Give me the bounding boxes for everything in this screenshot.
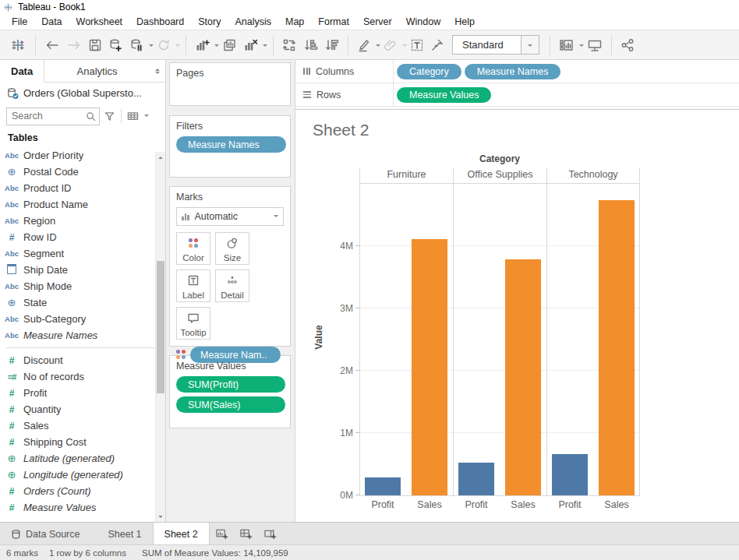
pill-measure-names[interactable]: Measure Names (465, 64, 561, 79)
column-header-technology[interactable]: Technology (546, 167, 640, 183)
field-segment[interactable]: AbcSegment (0, 245, 165, 262)
menu-story[interactable]: Story (191, 15, 228, 29)
detail-button[interactable]: Detail (215, 269, 249, 302)
field-measure-names[interactable]: AbcMeasure Names (0, 327, 165, 343)
clear-sheet-button[interactable] (240, 34, 261, 56)
new-worksheet-button[interactable] (192, 34, 213, 56)
presentation-mode-button[interactable] (584, 34, 606, 56)
field-product-name[interactable]: AbcProduct Name (0, 196, 165, 213)
scroll-up-icon[interactable] (156, 152, 165, 161)
field-measure-values[interactable]: #Measure Values (0, 499, 165, 516)
field-sales[interactable]: #Sales (0, 417, 165, 434)
tableau-logo[interactable] (6, 34, 30, 56)
fit-dropdown[interactable]: Standard (452, 35, 539, 55)
x-label-profit-office-supplies[interactable]: Profit (453, 499, 500, 510)
fit-dropdown-caret[interactable] (521, 36, 539, 54)
search-input[interactable] (7, 111, 86, 122)
share-button[interactable] (617, 34, 638, 56)
duplicate-sheet-button[interactable] (219, 34, 240, 56)
menu-worksheet[interactable]: Worksheet (69, 15, 130, 29)
tab-analytics[interactable]: Analytics (44, 60, 150, 82)
pane-split-icon[interactable] (150, 60, 165, 82)
bar-sales-furniture[interactable] (412, 239, 447, 495)
field-shipping-cost[interactable]: #Shipping Cost (0, 434, 165, 450)
field-no-of-records[interactable]: =#No of records (0, 368, 165, 385)
menu-help[interactable]: Help (447, 15, 482, 29)
show-hide-cards-button[interactable] (556, 34, 578, 56)
view-options-icon[interactable] (127, 111, 139, 122)
field-longitude-generated[interactable]: ⊕Longitude (generated) (0, 467, 165, 483)
redo-button[interactable] (63, 34, 85, 56)
field-latitude-generated[interactable]: ⊕Latitude (generated) (0, 450, 165, 467)
x-label-profit-technology[interactable]: Profit (546, 499, 593, 510)
bar-sales-technology[interactable] (599, 200, 635, 495)
y-axis-title[interactable]: Value (313, 322, 324, 353)
fix-axes-pin-button[interactable] (427, 34, 447, 56)
field-region[interactable]: AbcRegion (0, 213, 165, 229)
scrollbar-thumb[interactable] (157, 261, 164, 393)
field-quantity[interactable]: #Quantity (0, 401, 165, 417)
field-sub-category[interactable]: AbcSub-Category (0, 311, 165, 327)
size-button[interactable]: Size (215, 232, 249, 265)
menu-server[interactable]: Server (356, 15, 399, 29)
menu-analysis[interactable]: Analysis (228, 15, 278, 29)
menu-file[interactable]: File (5, 15, 34, 29)
pill-category[interactable]: Category (397, 64, 461, 79)
pill-sum-sales[interactable]: SUM(Sales) (176, 396, 285, 413)
search-box[interactable] (6, 107, 100, 125)
menu-window[interactable]: Window (399, 15, 447, 29)
run-update-button[interactable] (154, 34, 174, 56)
menu-dashboard[interactable]: Dashboard (129, 15, 191, 29)
show-mark-labels-button[interactable] (407, 34, 427, 56)
field-profit[interactable]: #Profit (0, 385, 165, 401)
tab-sheet-1[interactable]: Sheet 1 (97, 523, 152, 545)
bar-profit-technology[interactable] (552, 454, 588, 495)
menu-data[interactable]: Data (34, 15, 69, 29)
new-worksheet-tab-button[interactable] (210, 523, 234, 545)
mark-type-dropdown[interactable]: Automatic (176, 207, 284, 226)
run-update-caret[interactable] (175, 44, 180, 49)
menu-map[interactable]: Map (278, 15, 311, 29)
pill-measure-values[interactable]: Measure Values (397, 87, 491, 103)
field-postal-code[interactable]: ⊕Postal Code (0, 164, 165, 180)
new-data-source-button[interactable] (105, 34, 126, 56)
new-dashboard-tab-button[interactable] (234, 523, 258, 545)
field-row-id[interactable]: #Row ID (0, 229, 165, 245)
sort-ascending-button[interactable] (300, 34, 321, 56)
pill-sum-profit[interactable]: SUM(Profit) (176, 376, 285, 393)
field-ship-mode[interactable]: AbcShip Mode (0, 278, 165, 294)
tab-sheet-2[interactable]: Sheet 2 (153, 523, 210, 545)
column-header-furniture[interactable]: Furniture (359, 167, 453, 183)
column-header-office-supplies[interactable]: Office Supplies (453, 167, 546, 183)
sort-descending-button[interactable] (321, 34, 342, 56)
x-label-sales-technology[interactable]: Sales (593, 499, 640, 510)
field-ship-date[interactable]: Ship Date (0, 262, 165, 278)
swap-rows-columns-button[interactable] (279, 34, 300, 56)
undo-button[interactable] (41, 34, 63, 56)
clear-sheet-caret[interactable] (263, 44, 267, 49)
bar-profit-office-supplies[interactable] (458, 463, 494, 495)
x-label-sales-furniture[interactable]: Sales (406, 499, 453, 510)
menu-format[interactable]: Format (311, 15, 356, 29)
x-label-sales-office-supplies[interactable]: Sales (500, 499, 546, 510)
x-label-profit-furniture[interactable]: Profit (359, 499, 406, 510)
column-field-header[interactable]: Category (359, 153, 640, 167)
view-options-caret[interactable] (144, 114, 149, 119)
save-button[interactable] (85, 34, 105, 56)
field-order-priority[interactable]: AbcOrder Priority (0, 147, 165, 164)
data-source-item[interactable]: Orders (Global Supersto... (0, 83, 165, 104)
tooltip-button[interactable]: Tooltip (176, 307, 210, 340)
bar-sales-office-supplies[interactable] (505, 259, 541, 495)
pause-auto-updates-button[interactable] (126, 34, 147, 56)
tab-data[interactable]: Data (0, 60, 44, 83)
field-orders-count[interactable]: #Orders (Count) (0, 483, 165, 499)
field-product-id[interactable]: AbcProduct ID (0, 180, 165, 196)
filter-fields-icon[interactable] (104, 111, 115, 122)
field-discount[interactable]: #Discount (0, 352, 165, 368)
new-story-tab-button[interactable] (258, 523, 282, 545)
color-button[interactable]: Color (176, 232, 210, 265)
label-button[interactable]: Label (176, 269, 210, 302)
bar-profit-furniture[interactable] (365, 477, 401, 495)
group-members-button[interactable] (380, 34, 401, 56)
highlight-button[interactable] (354, 34, 374, 56)
